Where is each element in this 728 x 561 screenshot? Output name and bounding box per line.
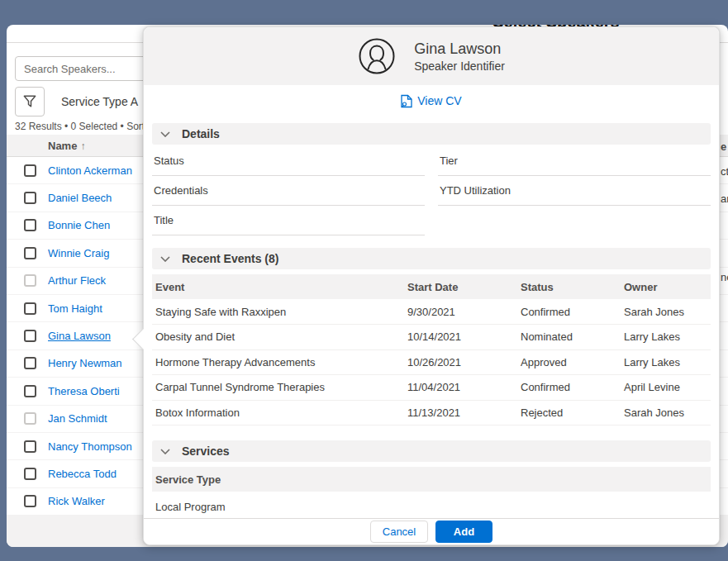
- clipped-column-header-fragment: e: [721, 140, 726, 153]
- column-header: Event: [152, 274, 404, 299]
- event-status: Confirmed: [517, 299, 621, 325]
- speaker-detail-popover: Gina Lawson Speaker Identifier View CV D…: [143, 26, 720, 545]
- column-header: Status: [517, 274, 621, 299]
- row-checkbox[interactable]: [24, 247, 36, 259]
- event-owner: Larry Lakes: [621, 349, 711, 375]
- chevron-down-icon: [160, 256, 170, 262]
- event-start-date: 10/14/2021: [404, 325, 517, 350]
- field-tier: Tier: [438, 146, 711, 176]
- speaker-link[interactable]: Jan Schmidt: [48, 412, 107, 425]
- row-checkbox[interactable]: [24, 302, 36, 315]
- table-row: Hormone Therapy Advancements 10/26/2021 …: [152, 349, 711, 375]
- chevron-down-icon: [160, 449, 170, 454]
- event-status: Nominated: [517, 325, 621, 350]
- event-start-date: 10/26/2021: [404, 349, 517, 375]
- row-checkbox[interactable]: [24, 192, 36, 204]
- section-details-toggle[interactable]: Details: [152, 123, 711, 145]
- row-checkbox[interactable]: [24, 219, 36, 231]
- field-credentials: Credentials: [152, 176, 425, 206]
- column-header-name[interactable]: Name↑: [7, 140, 85, 152]
- table-row: Botox Information 11/13/2021 Rejected Sa…: [152, 400, 711, 426]
- field-ytd-utilization: YTD Utilization: [438, 176, 711, 206]
- speaker-link[interactable]: Rick Walker: [48, 495, 105, 507]
- row-checkbox[interactable]: [24, 274, 36, 287]
- user-avatar-icon: [358, 37, 396, 75]
- row-checkbox[interactable]: [24, 164, 36, 177]
- clipped-cell-fragment: art: [721, 193, 728, 205]
- event-start-date: 11/04/2021: [404, 375, 517, 401]
- column-header: Owner: [621, 274, 711, 299]
- event-owner: April Levine: [621, 375, 711, 401]
- speaker-link[interactable]: Bonnie Chen: [48, 219, 110, 231]
- speaker-link[interactable]: Tom Haight: [48, 302, 102, 315]
- column-header: Service Type: [152, 467, 711, 492]
- filter-row: Service Type A: [15, 87, 138, 116]
- speaker-link[interactable]: Clinton Ackerman: [48, 164, 132, 177]
- view-cv-link[interactable]: View CV: [401, 94, 461, 108]
- row-checkbox[interactable]: [24, 468, 36, 480]
- popover-body: Details Status Credentials Title Tier: [144, 123, 719, 522]
- row-checkbox[interactable]: [24, 385, 36, 397]
- row-checkbox[interactable]: [24, 495, 36, 507]
- speaker-link[interactable]: Theresa Oberti: [48, 385, 120, 397]
- event-start-date: 11/13/2021: [404, 400, 517, 426]
- recent-events-table: Event Start Date Status Owner Staying Sa…: [152, 274, 711, 426]
- event-status: Approved: [517, 349, 621, 375]
- event-owner: Sarah Jones: [621, 299, 711, 325]
- table-row: Staying Safe with Raxxipen 9/30/2021 Con…: [152, 299, 711, 325]
- clipped-cell-fragment: ne: [721, 271, 728, 283]
- chevron-down-icon: [160, 131, 170, 137]
- event-name: Obesity and Diet: [152, 325, 404, 350]
- sort-ascending-icon: ↑: [80, 140, 85, 152]
- funnel-icon: [21, 93, 38, 110]
- speaker-link[interactable]: Nancy Thompson: [48, 440, 132, 453]
- table-row: Carpal Tunnel Syndrome Therapies 11/04/2…: [152, 375, 711, 401]
- event-name: Staying Safe with Raxxipen: [152, 299, 404, 325]
- row-checkbox[interactable]: [24, 412, 36, 425]
- services-header-row: Service Type: [152, 467, 711, 492]
- row-checkbox[interactable]: [24, 440, 36, 453]
- section-recent-events-toggle[interactable]: Recent Events (8): [152, 248, 711, 269]
- events-header-row: Event Start Date Status Owner: [152, 274, 711, 299]
- section-services-toggle[interactable]: Services: [152, 440, 711, 462]
- speaker-link[interactable]: Daniel Beech: [48, 192, 112, 204]
- results-summary: 32 Results • 0 Selected • Sort: [15, 121, 145, 132]
- cancel-button[interactable]: Cancel: [370, 521, 428, 543]
- add-button[interactable]: Add: [435, 521, 492, 543]
- filter-button[interactable]: [15, 87, 45, 116]
- speaker-link[interactable]: Gina Lawson: [48, 330, 111, 342]
- section-title: Recent Events (8): [182, 252, 278, 265]
- popover-header: Gina Lawson Speaker Identifier: [144, 27, 719, 85]
- table-row: Obesity and Diet 10/14/2021 Nominated La…: [152, 325, 711, 350]
- event-status: Confirmed: [517, 375, 621, 401]
- view-cv-row: View CV: [144, 85, 719, 116]
- row-checkbox[interactable]: [24, 330, 36, 342]
- filter-label: Service Type A: [61, 95, 138, 108]
- speaker-link[interactable]: Henry Newman: [48, 357, 122, 369]
- field-title: Title: [152, 206, 425, 235]
- speaker-link[interactable]: Arthur Fleck: [48, 274, 106, 287]
- speaker-link[interactable]: Winnie Craig: [48, 247, 109, 259]
- speaker-role-subtitle: Speaker Identifier: [414, 59, 505, 73]
- event-name: Hormone Therapy Advancements: [152, 349, 404, 375]
- column-header: Start Date: [404, 274, 517, 299]
- speaker-link[interactable]: Rebecca Todd: [48, 468, 117, 480]
- speaker-name-heading: Gina Lawson: [414, 40, 505, 58]
- document-preview-icon: [401, 94, 412, 108]
- event-name: Botox Information: [152, 400, 404, 426]
- row-checkbox[interactable]: [24, 357, 36, 369]
- event-name: Carpal Tunnel Syndrome Therapies: [152, 375, 404, 401]
- event-owner: Larry Lakes: [621, 325, 711, 350]
- field-status: Status: [152, 146, 425, 176]
- details-fields: Status Credentials Title Tier YTD Utiliz…: [152, 146, 711, 235]
- section-title: Services: [182, 445, 230, 458]
- event-start-date: 9/30/2021: [404, 299, 517, 325]
- event-status: Rejected: [517, 400, 621, 426]
- popover-footer: Cancel Add: [144, 518, 719, 544]
- event-owner: Sarah Jones: [621, 400, 711, 426]
- section-title: Details: [182, 127, 220, 140]
- services-table: Service Type Local Program: [152, 467, 711, 522]
- clipped-cell-fragment: cto: [721, 165, 728, 178]
